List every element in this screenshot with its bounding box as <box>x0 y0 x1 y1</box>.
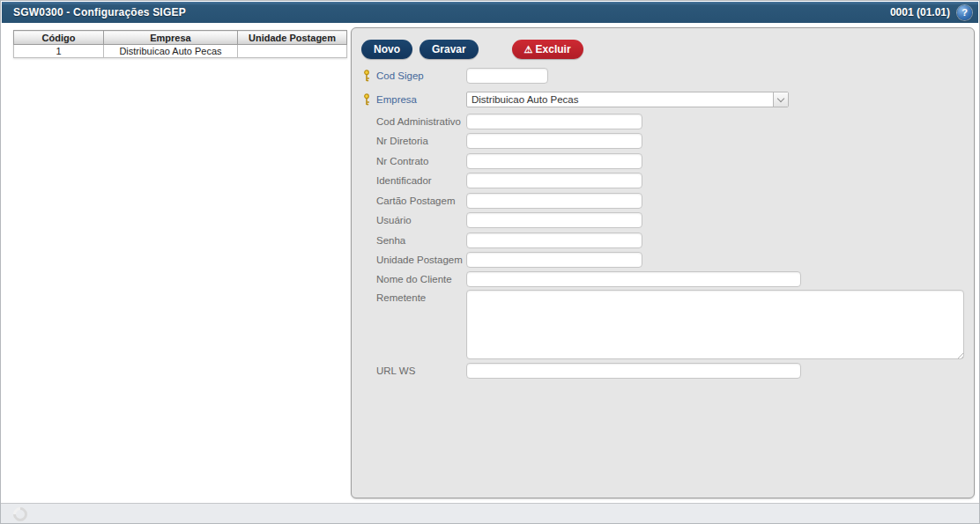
cod-administrativo-input[interactable] <box>466 114 642 129</box>
novo-button-label: Novo <box>374 43 400 55</box>
cod-sigep-input[interactable] <box>466 68 548 84</box>
grid-cell-empresa: Distribuicao Auto Pecas <box>104 45 238 58</box>
app-window: SGW0300 - Configurações SIGEP 0001 (01.0… <box>0 0 980 524</box>
gravar-button-label: Gravar <box>432 43 466 55</box>
nr-diretoria-input[interactable] <box>466 133 642 149</box>
empresa-select[interactable]: Distribuicao Auto Pecas <box>466 92 789 107</box>
excluir-button[interactable]: ⚠ Excluir <box>512 40 583 59</box>
novo-button[interactable]: Novo <box>361 40 412 59</box>
toolbar: Novo Gravar ⚠ Excluir <box>361 40 583 59</box>
empresa-select-value: Distribuicao Auto Pecas <box>467 94 773 105</box>
remetente-textarea[interactable] <box>466 290 964 359</box>
nr-contrato-input[interactable] <box>466 153 642 169</box>
usuario-label: Usuário <box>376 212 464 228</box>
grid-cell-unidade-postagem <box>238 45 347 58</box>
detail-panel: Novo Gravar ⚠ Excluir Cod Sigep <box>351 27 975 498</box>
url-ws-label: URL WS <box>376 363 464 379</box>
nome-cliente-input[interactable] <box>466 271 801 287</box>
senha-input[interactable] <box>466 232 642 248</box>
key-icon <box>361 70 372 82</box>
status-bar <box>1 503 979 523</box>
usuario-input[interactable] <box>466 212 642 228</box>
help-icon[interactable]: ? <box>957 5 972 20</box>
key-icon <box>361 93 372 106</box>
sigep-grid: Código Empresa Unidade Postagem 1 Distri… <box>13 30 347 58</box>
remetente-label: Remetente <box>376 290 464 306</box>
url-ws-input[interactable] <box>466 363 801 379</box>
chevron-down-icon <box>773 92 788 107</box>
grid-cell-codigo: 1 <box>14 45 104 58</box>
empresa-label: Empresa <box>376 92 464 107</box>
grid-row[interactable]: 1 Distribuicao Auto Pecas <box>14 45 347 58</box>
unidade-postagem-label: Unidade Postagem <box>376 252 464 268</box>
nr-diretoria-label: Nr Diretoria <box>376 133 464 149</box>
cod-sigep-label: Cod Sigep <box>376 68 464 84</box>
cod-administrativo-label: Cod Administrativo <box>376 114 464 129</box>
cartao-postagem-input[interactable] <box>466 193 642 209</box>
page-title: SGW0300 - Configurações SIGEP <box>13 6 186 18</box>
nome-cliente-label: Nome do Cliente <box>376 271 464 287</box>
title-bar: SGW0300 - Configurações SIGEP 0001 (01.0… <box>2 2 978 23</box>
version-label: 0001 (01.01) <box>890 6 950 18</box>
nr-contrato-label: Nr Contrato <box>376 153 464 169</box>
identificador-label: Identificador <box>376 173 464 188</box>
senha-label: Senha <box>376 232 464 248</box>
loading-spinner-icon <box>11 505 31 524</box>
excluir-button-label: Excluir <box>536 43 571 55</box>
warning-icon: ⚠ <box>524 45 533 55</box>
grid-col-empresa: Empresa <box>104 31 238 45</box>
grid-col-codigo: Código <box>14 31 104 45</box>
gravar-button[interactable]: Gravar <box>419 40 479 59</box>
grid-col-unidade-postagem: Unidade Postagem <box>238 31 347 45</box>
title-bar-right: 0001 (01.01) ? <box>890 5 972 20</box>
cartao-postagem-label: Cartão Postagem <box>376 193 464 209</box>
identificador-input[interactable] <box>466 173 642 188</box>
unidade-postagem-input[interactable] <box>466 252 642 268</box>
grid-header-row: Código Empresa Unidade Postagem <box>14 31 347 45</box>
